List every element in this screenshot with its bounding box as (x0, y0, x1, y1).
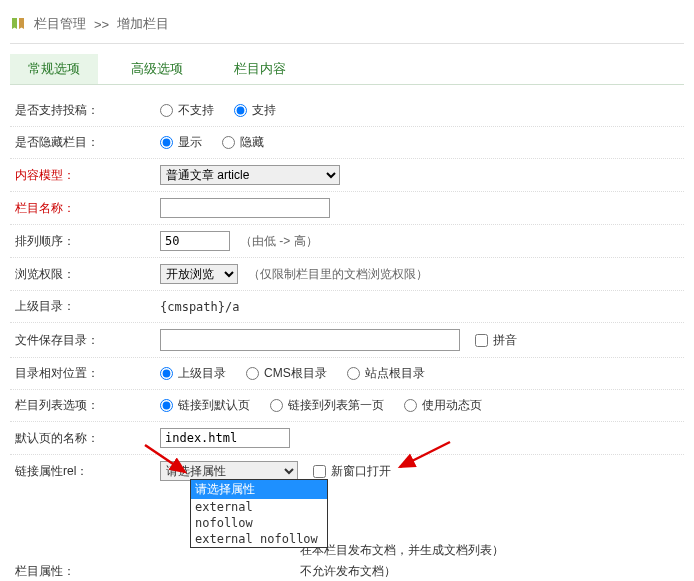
breadcrumb-item[interactable]: 栏目管理 (34, 15, 86, 33)
radio-upper[interactable]: 上级目录 (160, 365, 226, 382)
radio-linkdef[interactable]: 链接到默认页 (160, 397, 250, 414)
row-perm: 浏览权限： 开放浏览 （仅限制栏目里的文档浏览权限） (10, 258, 684, 291)
radio-label: 显示 (178, 134, 202, 151)
checkbox-label: 新窗口打开 (331, 463, 391, 480)
row-savedir: 文件保存目录： 拼音 (10, 323, 684, 358)
label-model: 内容模型： (10, 167, 160, 184)
radio-label: 上级目录 (178, 365, 226, 382)
radio-linkfirst[interactable]: 链接到列表第一页 (270, 397, 384, 414)
tab-content[interactable]: 栏目内容 (216, 54, 304, 84)
radio-label: 链接到列表第一页 (288, 397, 384, 414)
tab-advanced[interactable]: 高级选项 (113, 54, 201, 84)
checkbox-newwin[interactable]: 新窗口打开 (313, 463, 391, 480)
label-submit: 是否支持投稿： (10, 102, 160, 119)
row-name: 栏目名称： (10, 192, 684, 225)
label-perm: 浏览权限： (10, 266, 160, 283)
radio-cmsroot[interactable]: CMS根目录 (246, 365, 327, 382)
radio-input[interactable] (246, 367, 259, 380)
row-defpage: 默认页的名称： (10, 422, 684, 455)
row-parent: 上级目录： {cmspath}/a (10, 291, 684, 323)
radio-input[interactable] (347, 367, 360, 380)
radio-label: CMS根目录 (264, 365, 327, 382)
input-sort[interactable] (160, 231, 230, 251)
hint-perm: （仅限制栏目里的文档浏览权限） (248, 266, 428, 283)
label-relpos: 目录相对位置： (10, 365, 160, 382)
row-rel: 链接属性rel： 请选择属性 新窗口打开 请选择属性 external nofo… (10, 455, 684, 487)
breadcrumb-separator: >> (94, 17, 109, 32)
form-container: 是否支持投稿： 不支持 支持 是否隐藏栏目： 显示 隐藏 内容模型： 普通文章 … (10, 85, 684, 581)
select-model[interactable]: 普通文章 article (160, 165, 340, 185)
radio-input[interactable] (160, 104, 173, 117)
tab-bar: 常规选项 高级选项 栏目内容 (10, 54, 684, 85)
checkbox-label: 拼音 (493, 332, 517, 349)
label-listopt: 栏目列表选项： (10, 397, 160, 414)
radio-support[interactable]: 支持 (234, 102, 276, 119)
radio-label: 站点根目录 (365, 365, 425, 382)
attr-hint-1: 在本栏目发布文档，并生成文档列表） (300, 542, 504, 559)
dropdown-option[interactable]: nofollow (191, 515, 327, 531)
radio-label: 不支持 (178, 102, 214, 119)
book-icon (10, 16, 26, 32)
radio-label: 使用动态页 (422, 397, 482, 414)
radio-label: 支持 (252, 102, 276, 119)
dropdown-option[interactable]: 请选择属性 (191, 480, 327, 499)
hint-sort: （由低 -> 高） (240, 233, 318, 250)
input-savedir[interactable] (160, 329, 460, 351)
row-relpos: 目录相对位置： 上级目录 CMS根目录 站点根目录 (10, 358, 684, 390)
label-savedir: 文件保存目录： (10, 332, 160, 349)
radio-input[interactable] (222, 136, 235, 149)
radio-input[interactable] (160, 367, 173, 380)
row-listopt: 栏目列表选项： 链接到默认页 链接到列表第一页 使用动态页 (10, 390, 684, 422)
radio-input[interactable] (234, 104, 247, 117)
label-defpage: 默认页的名称： (10, 430, 160, 447)
value-parent: {cmspath}/a (160, 300, 684, 314)
label-parent: 上级目录： (10, 298, 160, 315)
label-hidden: 是否隐藏栏目： (10, 134, 160, 151)
checkbox-pinyin[interactable]: 拼音 (475, 332, 517, 349)
row-hidden: 是否隐藏栏目： 显示 隐藏 (10, 127, 684, 159)
radio-input[interactable] (160, 136, 173, 149)
row-model: 内容模型： 普通文章 article (10, 159, 684, 192)
attr-hint-2: 不允许发布文档） (300, 563, 396, 580)
dropdown-option[interactable]: external (191, 499, 327, 515)
checkbox-input[interactable] (475, 334, 488, 347)
radio-input[interactable] (160, 399, 173, 412)
radio-input[interactable] (404, 399, 417, 412)
radio-label: 隐藏 (240, 134, 264, 151)
radio-siteroot[interactable]: 站点根目录 (347, 365, 425, 382)
input-name[interactable] (160, 198, 330, 218)
radio-label: 链接到默认页 (178, 397, 250, 414)
radio-hide[interactable]: 隐藏 (222, 134, 264, 151)
dropdown-rel-options: 请选择属性 external nofollow external nofollo… (190, 479, 328, 548)
label-sort: 排列顺序： (10, 233, 160, 250)
radio-input[interactable] (270, 399, 283, 412)
row-attr: 栏目属性： 在本栏目发布文档，并生成文档列表） 不允许发布文档） 存目录"处填写… (10, 487, 684, 581)
radio-nosupport[interactable]: 不支持 (160, 102, 214, 119)
select-rel[interactable]: 请选择属性 (160, 461, 298, 481)
input-defpage[interactable] (160, 428, 290, 448)
label-name: 栏目名称： (10, 200, 160, 217)
breadcrumb-item: 增加栏目 (117, 15, 169, 33)
select-perm[interactable]: 开放浏览 (160, 264, 238, 284)
label-rel: 链接属性rel： (10, 463, 160, 480)
row-submit: 是否支持投稿： 不支持 支持 (10, 95, 684, 127)
radio-show[interactable]: 显示 (160, 134, 202, 151)
breadcrumb-header: 栏目管理 >> 增加栏目 (10, 10, 684, 44)
label-attr: 栏目属性： (10, 563, 160, 580)
tab-general[interactable]: 常规选项 (10, 54, 98, 84)
checkbox-input[interactable] (313, 465, 326, 478)
radio-dynpage[interactable]: 使用动态页 (404, 397, 482, 414)
dropdown-option[interactable]: external nofollow (191, 531, 327, 547)
row-sort: 排列顺序： （由低 -> 高） (10, 225, 684, 258)
